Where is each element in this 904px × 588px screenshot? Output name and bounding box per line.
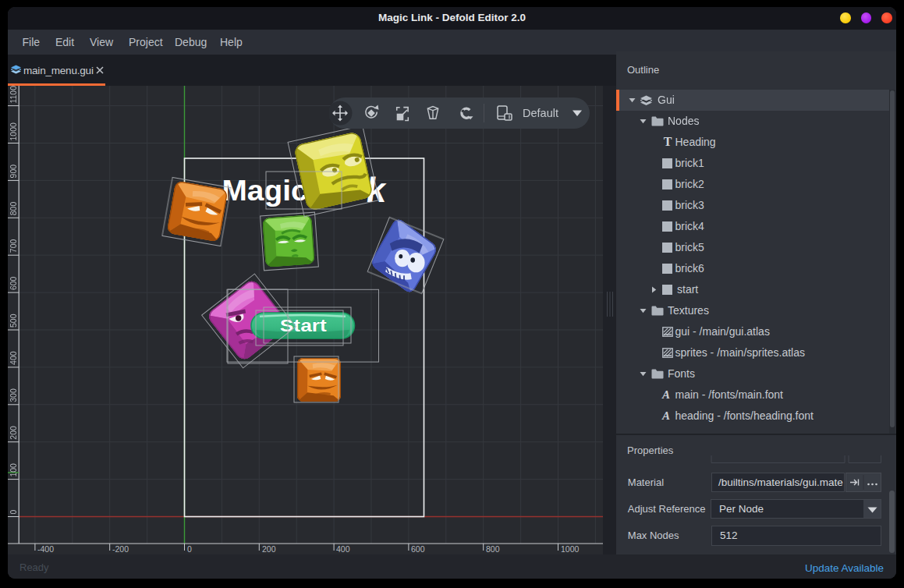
svg-text:300: 300 — [9, 388, 18, 402]
svg-text:100: 100 — [9, 463, 18, 477]
svg-text:800: 800 — [9, 202, 18, 216]
svg-text:900: 900 — [9, 165, 18, 179]
svg-text:0: 0 — [187, 544, 192, 554]
svg-text:700: 700 — [9, 239, 18, 253]
svg-text:1100: 1100 — [9, 86, 18, 104]
svg-text:500: 500 — [9, 313, 18, 328]
svg-text:600: 600 — [9, 276, 18, 290]
svg-text:-200: -200 — [112, 544, 129, 554]
svg-text:Start: Start — [280, 317, 327, 335]
svg-text:1000: 1000 — [561, 544, 580, 554]
svg-text:400: 400 — [9, 351, 18, 365]
svg-text:Magic: Magic — [222, 175, 308, 207]
svg-text:1000: 1000 — [9, 122, 18, 141]
svg-text:200: 200 — [262, 544, 276, 554]
svg-text:200: 200 — [9, 426, 18, 440]
svg-text:400: 400 — [336, 544, 350, 554]
svg-text:0: 0 — [9, 510, 18, 515]
svg-text:800: 800 — [486, 544, 500, 554]
svg-text:-400: -400 — [37, 544, 54, 554]
svg-text:Default: Default — [523, 107, 558, 119]
svg-text:600: 600 — [411, 544, 425, 554]
